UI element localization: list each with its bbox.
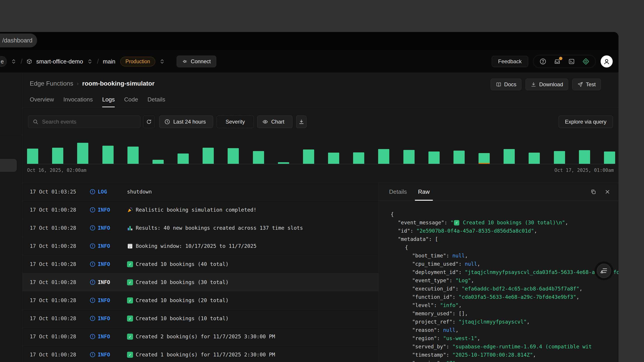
chart-bar-events xyxy=(303,149,314,164)
log-row[interactable]: 17 Oct 01:00:28INFO✓Created 1 booking(s)… xyxy=(22,346,378,362)
chart-bar[interactable] xyxy=(454,151,465,164)
chart-bar[interactable] xyxy=(228,148,239,164)
tab-overview[interactable]: Overview xyxy=(30,96,54,107)
log-row[interactable]: 17 Oct 01:00:28INFORealistic booking sim… xyxy=(22,201,378,219)
chart-bar[interactable] xyxy=(353,152,364,164)
json-line: "deployment_id": "jtaqjclnmyyfpsayscvl_c… xyxy=(378,268,618,276)
refresh-button[interactable] xyxy=(143,115,155,128)
chart-bar[interactable] xyxy=(528,153,540,164)
copy-icon[interactable] xyxy=(590,189,596,195)
chart-bar[interactable] xyxy=(504,149,515,164)
json-line: "event_message": "✓ Created 10 bookings … xyxy=(378,219,618,227)
log-message: shutdown xyxy=(127,189,152,195)
log-row[interactable]: 17 Oct 01:03:25LOGshutdown xyxy=(22,183,378,201)
tab-logs[interactable]: Logs xyxy=(102,96,115,107)
branch-name[interactable]: main xyxy=(103,58,116,65)
chart-bar[interactable] xyxy=(478,153,490,164)
tab-details[interactable]: Details xyxy=(147,96,165,107)
search-input[interactable] xyxy=(42,119,127,125)
chart-bar[interactable] xyxy=(278,162,289,164)
severity-label: INFO xyxy=(98,316,110,321)
deploy-status-icon[interactable] xyxy=(582,58,589,65)
chart-bar[interactable] xyxy=(178,153,189,164)
log-row[interactable]: 17 Oct 01:00:28INFO✓Created 10 bookings … xyxy=(22,310,378,328)
log-row[interactable]: 17 Oct 01:00:28INFO✓Created 10 bookings … xyxy=(22,291,378,310)
info-circle-icon xyxy=(90,243,96,249)
log-row[interactable]: 17 Oct 01:00:28INFO✓Created 2 booking(s)… xyxy=(22,328,378,346)
tab-invocations[interactable]: Invocations xyxy=(63,96,93,107)
close-icon[interactable] xyxy=(604,189,610,195)
help-icon[interactable] xyxy=(540,58,546,65)
chart-bar[interactable] xyxy=(404,150,414,164)
user-avatar[interactable] xyxy=(600,55,613,67)
check-emoji: ✓ xyxy=(127,316,133,322)
chart-bar[interactable] xyxy=(128,147,139,164)
log-row[interactable]: 17 Oct 01:00:28INFO✓Created 10 bookings … xyxy=(22,273,378,291)
severity-label: INFO xyxy=(98,243,110,249)
log-timestamp: 17 Oct 01:00:28 xyxy=(30,352,90,358)
log-timestamp: 17 Oct 01:00:28 xyxy=(30,225,90,231)
chart-bar[interactable] xyxy=(27,149,38,164)
chart-bar[interactable] xyxy=(102,146,114,164)
log-timestamp: 17 Oct 01:03:25 xyxy=(30,189,90,195)
browser-tab-dashboard[interactable]: /dashboard xyxy=(0,33,37,47)
feedback-button[interactable]: Feedback xyxy=(492,56,528,67)
send-icon xyxy=(577,81,583,87)
explore-via-query-button[interactable]: Explore via query xyxy=(558,115,613,128)
chevron-selector-icon[interactable] xyxy=(159,58,165,64)
chart-bar-events xyxy=(428,151,440,164)
info-circle-icon xyxy=(90,334,96,340)
project-name[interactable]: smart-office-demo xyxy=(36,58,83,65)
log-row[interactable]: 17 Oct 01:00:28INFO17Booking window: 10/… xyxy=(22,237,378,255)
panel-tab-raw[interactable]: Raw xyxy=(418,183,430,201)
chart-bar[interactable] xyxy=(604,151,615,164)
chart-bar[interactable] xyxy=(378,149,389,164)
terminal-icon[interactable] xyxy=(568,58,575,65)
download-logs-button[interactable] xyxy=(296,115,306,128)
json-line: { xyxy=(378,210,618,219)
chart-bar[interactable] xyxy=(52,148,63,164)
chart-bar[interactable] xyxy=(253,151,264,164)
top-nav-right: Feedback xyxy=(492,55,613,68)
party-popper-emoji xyxy=(127,207,133,213)
eye-icon xyxy=(262,119,268,125)
chart-bar-events xyxy=(102,146,114,164)
chart-bar-events xyxy=(353,152,364,164)
chart-bar-events xyxy=(77,143,88,164)
chart-bar-events xyxy=(128,147,139,164)
chevron-selector-icon[interactable] xyxy=(11,58,16,64)
download-button[interactable]: Download xyxy=(526,79,568,90)
chart-bar-events xyxy=(152,160,164,164)
inbox-icon[interactable] xyxy=(554,58,560,65)
log-row[interactable]: 17 Oct 01:00:28INFO✓Created 10 bookings … xyxy=(22,255,378,273)
severity-badge: INFO xyxy=(90,279,127,285)
chart-bar[interactable] xyxy=(428,151,440,164)
chart-bar-events xyxy=(404,150,414,164)
panel-tabs: DetailsRaw xyxy=(389,183,430,201)
chart-bar[interactable] xyxy=(152,160,164,164)
severity-filter-button[interactable]: Severity xyxy=(217,115,254,128)
docs-button[interactable]: Docs xyxy=(490,79,522,90)
chart-bar[interactable] xyxy=(579,150,590,164)
connect-button[interactable]: Connect xyxy=(177,56,216,67)
test-button[interactable]: Test xyxy=(572,79,601,90)
chart-bar[interactable] xyxy=(554,151,565,164)
breadcrumb-edge-functions[interactable]: Edge Functions xyxy=(30,80,73,87)
chart-bar[interactable] xyxy=(328,153,339,164)
chart-bar[interactable] xyxy=(202,148,214,164)
utility-icon-group xyxy=(533,55,596,68)
org-selector[interactable]: e xyxy=(0,56,7,67)
log-row[interactable]: 17 Oct 01:00:28INFOResults: 40 new booki… xyxy=(22,219,378,237)
chart-bar[interactable] xyxy=(303,149,314,164)
assistant-fab[interactable] xyxy=(594,261,613,280)
assistant-fab-inner xyxy=(597,264,611,278)
tab-code[interactable]: Code xyxy=(124,96,138,107)
logs-toolbar: Last 24 hours Severity Chart Explore via… xyxy=(22,115,618,128)
chart-bar[interactable] xyxy=(77,143,88,164)
chart-toggle-button[interactable]: Chart xyxy=(257,115,292,128)
info-circle-icon xyxy=(90,225,96,231)
sidebar-active-item[interactable] xyxy=(0,159,17,172)
chevron-selector-icon[interactable] xyxy=(87,58,93,64)
time-range-button[interactable]: Last 24 hours xyxy=(159,115,213,128)
panel-tab-details[interactable]: Details xyxy=(389,183,407,201)
